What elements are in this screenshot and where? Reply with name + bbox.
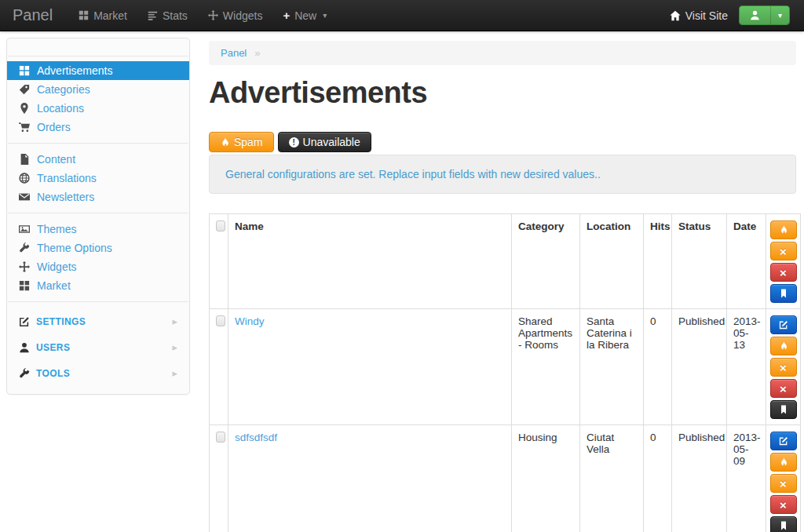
chevron-right-icon: ▸ (172, 367, 177, 379)
nav-item-stats[interactable]: Stats (137, 0, 198, 31)
ad-category: Shared Apartments - Rooms (512, 309, 580, 425)
spam-row-button[interactable] (770, 337, 797, 355)
unavailable-row-button[interactable]: × (770, 474, 797, 493)
sidebar-accordion-tools[interactable]: TOOLS ▸ (7, 360, 189, 386)
bulk-spam-button[interactable] (770, 220, 797, 239)
nav-item-widgets[interactable]: Widgets (198, 0, 273, 31)
delete-row-button[interactable]: × (770, 495, 797, 514)
sidebar-item-content[interactable]: Content (7, 150, 189, 169)
bookmark-row-button[interactable] (770, 516, 797, 532)
select-all-checkbox[interactable] (216, 220, 225, 231)
ad-category: Housing (512, 425, 580, 532)
wrench-icon (19, 242, 30, 253)
chevron-right-icon: ▸ (172, 315, 177, 327)
sidebar-item-label: Widgets (37, 261, 77, 273)
picture-icon (19, 224, 30, 235)
unavailable-row-button[interactable]: × (770, 358, 797, 377)
bulk-delete-button[interactable]: × (770, 263, 797, 282)
sidebar-item-locations[interactable]: Locations (7, 99, 189, 118)
column-header-date: Date (727, 214, 766, 309)
sidebar-nav: Advertisements Categories Locations Orde… (6, 38, 190, 395)
bulk-actions-toolbar: Spam ! Unavailable (209, 132, 796, 152)
sidebar-accordion-users[interactable]: USERS ▸ (7, 334, 189, 360)
sidebar-item-translations[interactable]: Translations (7, 169, 189, 188)
sidebar-item-orders[interactable]: Orders (7, 118, 189, 137)
edit-button[interactable] (770, 432, 797, 450)
visit-site-label: Visit Site (685, 9, 728, 22)
brand-link[interactable]: Panel (0, 6, 68, 24)
sidebar-item-newsletters[interactable]: Newsletters (7, 188, 189, 206)
sidebar-item-categories[interactable]: Categories (7, 80, 189, 99)
page-title: Advertisements (209, 76, 796, 110)
envelope-icon (19, 191, 30, 202)
chevron-right-icon: ▸ (172, 341, 177, 353)
sidebar-divider (8, 56, 188, 56)
visit-site-link[interactable]: Visit Site (670, 9, 728, 22)
sidebar-item-theme-options[interactable]: Theme Options (7, 239, 189, 257)
bookmark-row-button[interactable] (770, 400, 797, 419)
sidebar-divider (8, 143, 188, 144)
sidebar-divider (8, 301, 188, 302)
fire-icon (779, 341, 788, 351)
admin-panel-page: Panel Market Stats Widgets + New ▾ Visit… (0, 0, 804, 532)
user-dropdown-toggle[interactable]: ▾ (770, 6, 789, 24)
edit-icon (779, 320, 788, 330)
edit-icon (19, 316, 30, 327)
sidebar-item-label: Newsletters (37, 191, 94, 203)
bulk-bookmark-button[interactable] (770, 284, 797, 303)
nav-item-market[interactable]: Market (68, 0, 137, 31)
delete-row-button[interactable]: × (770, 379, 797, 398)
config-notice-text: General configurations are set. Replace … (225, 168, 601, 180)
row-checkbox[interactable] (216, 432, 225, 443)
globe-icon (19, 173, 30, 184)
config-notice: General configurations are set. Replace … (209, 155, 796, 194)
advertisements-table: Name Category Location Hits Status Date … (209, 213, 801, 532)
table-row: sdfsdfsdf Housing Ciutat Vella 0 Publish… (210, 425, 801, 532)
caret-down-icon: ▾ (778, 11, 782, 20)
user-button[interactable] (740, 6, 770, 24)
exclamation-sign-icon: ! (289, 137, 299, 148)
sidebar-item-widgets[interactable]: Widgets (7, 257, 189, 276)
spam-button[interactable]: Spam (209, 132, 274, 152)
sidebar-item-label: Locations (37, 102, 84, 115)
column-header-hits: Hits (644, 214, 672, 309)
user-split-button: ▾ (739, 5, 790, 25)
file-icon (19, 154, 30, 165)
ad-name-link[interactable]: sdfsdfsdf (235, 432, 277, 443)
accordion-label: TOOLS (36, 368, 70, 379)
fire-icon (220, 137, 230, 148)
spam-button-label: Spam (234, 136, 263, 148)
nav-item-label: Market (93, 9, 127, 22)
main-content: Panel » Advertisements Spam ! Unavailabl… (209, 41, 796, 532)
ad-date: 2013-05-09 (727, 425, 766, 532)
sidebar-item-themes[interactable]: Themes (7, 220, 189, 239)
ad-name-link[interactable]: Windy (235, 315, 265, 327)
edit-button[interactable] (770, 315, 797, 334)
ad-status: Published (672, 425, 727, 532)
ad-location: Santa Caterina i la Ribera (580, 309, 644, 425)
sidebar-accordion-settings[interactable]: SETTINGS ▸ (7, 308, 189, 334)
sidebar-item-label: Content (37, 153, 75, 166)
unavailable-button[interactable]: ! Unavailable (278, 132, 371, 152)
row-checkbox[interactable] (216, 315, 225, 326)
fire-icon (779, 225, 788, 235)
sidebar-divider (8, 213, 188, 213)
user-icon (750, 10, 760, 20)
sidebar-item-market[interactable]: Market (7, 276, 189, 295)
ad-hits: 0 (644, 425, 672, 532)
map-marker-icon (19, 103, 30, 114)
th-large-icon (79, 10, 89, 20)
spam-row-button[interactable] (770, 453, 797, 472)
column-header-name: Name (228, 214, 512, 309)
remove-icon: × (780, 383, 787, 395)
row-actions-cell: × × (766, 309, 801, 425)
bulk-unavailable-button[interactable]: × (770, 242, 797, 261)
sidebar-item-label: Theme Options (37, 242, 112, 254)
sidebar-item-advertisements[interactable]: Advertisements (7, 61, 189, 80)
table-header-row: Name Category Location Hits Status Date … (210, 214, 801, 309)
nav-dropdown-new[interactable]: + New ▾ (272, 0, 337, 31)
breadcrumb-link-panel[interactable]: Panel (221, 47, 247, 59)
nav-item-label: Stats (163, 9, 188, 22)
accordion-label: SETTINGS (36, 316, 86, 327)
breadcrumb: Panel » (209, 41, 796, 65)
